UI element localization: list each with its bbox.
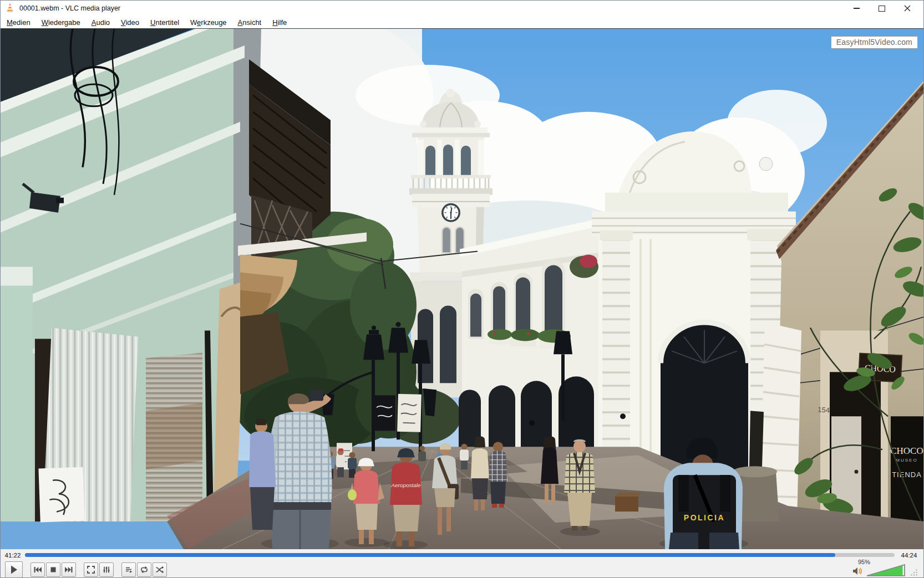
extended-settings-button[interactable] xyxy=(99,562,114,577)
volume-percent: 95% xyxy=(858,559,870,565)
minimize-icon xyxy=(854,8,860,9)
menu-bar: MedienWiedergabeAudioVideoUntertitelWerk… xyxy=(1,16,923,28)
stop-icon xyxy=(49,565,58,574)
svg-text:CHOCO: CHOCO xyxy=(890,446,923,456)
speaker-icon xyxy=(852,567,864,575)
volume-slider[interactable] xyxy=(866,562,907,577)
clock-face xyxy=(441,203,460,222)
seek-row: 41:22 44:24 xyxy=(1,549,923,561)
svg-text:TIENDA: TIENDA xyxy=(892,470,922,479)
vlc-window: 00001.webm - VLC media player MedienWied… xyxy=(0,0,924,578)
fullscreen-icon xyxy=(87,565,95,574)
time-elapsed: 41:22 xyxy=(1,552,25,559)
seek-slider[interactable] xyxy=(25,553,895,557)
next-button[interactable] xyxy=(62,562,76,577)
resize-grip[interactable] xyxy=(910,569,918,576)
close-icon xyxy=(904,5,911,12)
random-icon xyxy=(155,565,164,574)
menu-ansicht[interactable]: Ansicht xyxy=(236,18,263,27)
video-display[interactable]: CHOCO 154 CHOCO MUSEO TIENDA xyxy=(1,28,924,549)
maximize-icon xyxy=(879,6,885,12)
volume-area: 95% xyxy=(852,562,923,577)
seek-progress xyxy=(25,553,835,557)
storefront-sign xyxy=(38,467,84,523)
playlist-button[interactable] xyxy=(121,562,136,577)
svg-text:Aeropostale: Aeropostale xyxy=(390,482,421,488)
previous-button[interactable] xyxy=(31,562,45,577)
mint-building xyxy=(1,29,261,522)
pedestrian-blue-shirt xyxy=(249,418,276,530)
play-icon xyxy=(9,565,18,575)
video-watermark: EasyHtml5Video.com xyxy=(831,36,918,49)
house-number: 154 xyxy=(818,405,830,414)
close-button[interactable] xyxy=(898,1,917,16)
menu-medien[interactable]: Medien xyxy=(5,18,32,27)
minimize-button[interactable] xyxy=(847,1,866,16)
time-total: 44:24 xyxy=(895,552,923,559)
previous-icon xyxy=(33,565,42,574)
playlist-icon xyxy=(124,565,133,574)
random-button[interactable] xyxy=(153,562,167,577)
title-bar[interactable]: 00001.webm - VLC media player xyxy=(1,1,923,16)
window-title: 00001.webm - VLC media player xyxy=(19,4,120,12)
video-frame-scene: CHOCO 154 CHOCO MUSEO TIENDA xyxy=(1,29,924,549)
control-bar: 41:22 44:24 xyxy=(1,549,923,578)
loop-icon xyxy=(140,565,149,574)
svg-text:MUSEO: MUSEO xyxy=(896,458,917,463)
extended-settings-icon xyxy=(102,565,111,574)
menu-video[interactable]: Video xyxy=(119,18,141,27)
menu-hilfe[interactable]: Hilfe xyxy=(271,18,288,27)
svg-text:POLICIA: POLICIA xyxy=(684,513,725,522)
stop-button[interactable] xyxy=(46,562,60,577)
transport-controls: 95% xyxy=(1,561,923,578)
menu-untertitel[interactable]: Untertitel xyxy=(149,18,181,27)
play-button[interactable] xyxy=(5,561,23,578)
vlc-cone-icon xyxy=(5,3,15,13)
next-icon xyxy=(64,565,73,574)
menu-audio[interactable]: Audio xyxy=(90,18,111,27)
menu-wiedergabe[interactable]: Wiedergabe xyxy=(40,18,82,27)
menu-werkzeuge[interactable]: Werkzeuge xyxy=(189,18,229,27)
fullscreen-button[interactable] xyxy=(84,562,98,577)
loop-button[interactable] xyxy=(137,562,151,577)
maximize-button[interactable] xyxy=(872,1,891,16)
